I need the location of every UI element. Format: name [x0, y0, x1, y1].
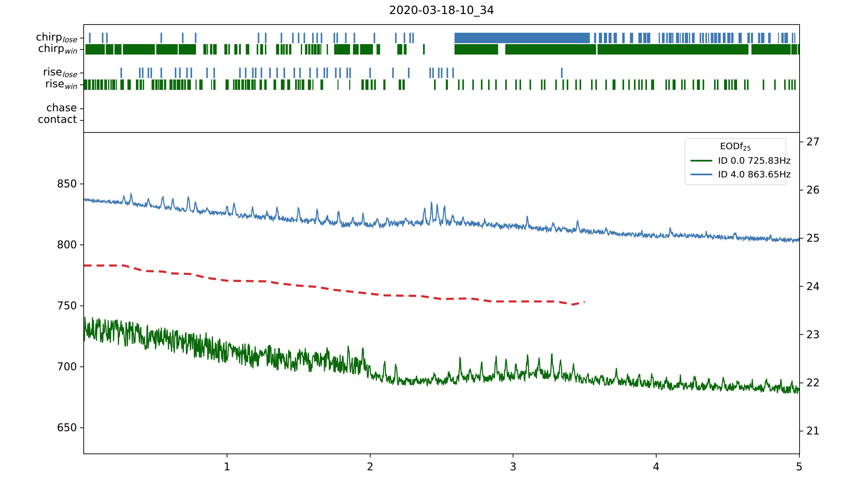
row-label-main: chase	[46, 102, 77, 114]
event-tick	[257, 44, 258, 55]
event-tick	[127, 79, 131, 90]
event-tick	[210, 44, 212, 55]
legend-title-main: EODf	[720, 141, 743, 151]
eodf-trace-id0	[84, 317, 799, 394]
event-tick	[281, 33, 282, 43]
event-block	[455, 44, 498, 55]
event-tick	[674, 79, 676, 90]
raster-row-label-chirp-lose: chirplose	[6, 32, 77, 42]
event-tick	[191, 68, 192, 78]
event-tick	[349, 68, 351, 78]
event-tick	[281, 79, 284, 90]
event-tick	[265, 44, 266, 55]
raster-row-tickmark	[80, 120, 84, 121]
event-tick	[383, 79, 385, 90]
event-tick	[88, 79, 91, 90]
event-tick	[213, 79, 215, 90]
event-tick	[651, 79, 653, 90]
event-tick	[604, 33, 607, 43]
raster-row-tickmark	[80, 108, 84, 109]
event-tick	[312, 33, 314, 43]
row-label-main: chirp	[36, 31, 62, 43]
legend-line-green	[690, 160, 712, 162]
event-tick	[316, 33, 318, 43]
event-tick	[89, 33, 91, 43]
event-tick	[614, 33, 617, 43]
event-tick	[276, 68, 278, 78]
event-tick	[239, 68, 241, 78]
row-label-sub: win	[64, 82, 77, 91]
event-tick	[226, 79, 229, 90]
y-right-tickmark	[799, 286, 803, 287]
event-tick	[698, 79, 700, 90]
event-tick	[789, 79, 790, 90]
event-tick	[136, 79, 139, 90]
event-tick	[196, 79, 196, 90]
event-tick	[354, 33, 355, 43]
event-block	[752, 44, 791, 55]
y-right-tick-label: 26	[806, 185, 841, 195]
event-tick	[247, 79, 250, 90]
event-tick	[120, 79, 124, 90]
eodf-panel: EODf25 ID 0.0 725.83Hz ID 4.0 863.65Hz	[83, 132, 800, 454]
event-tick	[520, 79, 521, 90]
y-right-tick-label: 23	[806, 329, 841, 340]
event-tick	[723, 33, 725, 43]
event-block	[423, 44, 425, 55]
event-tick	[595, 79, 597, 90]
event-tick	[213, 44, 217, 55]
event-tick	[438, 68, 440, 78]
event-tick	[175, 68, 176, 78]
event-tick	[276, 44, 279, 55]
event-tick	[207, 44, 208, 55]
event-tick	[160, 33, 162, 43]
event-tick	[339, 68, 341, 78]
event-tick	[139, 68, 141, 78]
event-tick	[747, 79, 749, 90]
event-tick	[481, 79, 483, 90]
event-tick	[665, 79, 667, 90]
event-tick	[727, 33, 730, 43]
event-tick	[563, 79, 564, 90]
event-tick	[641, 79, 643, 90]
event-block	[397, 44, 402, 55]
event-block	[791, 44, 797, 55]
event-tick	[301, 44, 302, 55]
event-tick	[725, 79, 727, 90]
event-tick	[312, 79, 314, 90]
event-block	[156, 44, 178, 55]
event-tick	[693, 79, 694, 90]
event-tick	[697, 79, 699, 90]
event-tick	[234, 44, 238, 55]
event-tick	[402, 79, 405, 90]
eodf-trace-id4	[84, 194, 799, 242]
event-block	[376, 44, 380, 55]
raster-row-label-chase: chase	[6, 103, 77, 113]
event-tick	[488, 79, 490, 90]
event-tick	[541, 79, 543, 90]
event-tick	[708, 33, 709, 43]
event-tick	[580, 79, 581, 90]
event-tick	[734, 79, 736, 90]
event-tick	[116, 79, 117, 90]
event-tick	[599, 33, 602, 43]
event-tick	[672, 33, 673, 43]
legend-entry: ID 4.0 863.65Hz	[685, 167, 786, 181]
y-right-tickmark	[799, 142, 803, 142]
event-tick	[199, 79, 203, 90]
event-block	[360, 44, 373, 55]
y-left-tick-label: 750	[41, 301, 77, 311]
y-left-tick-label: 850	[41, 179, 77, 189]
event-tick	[555, 79, 557, 90]
event-tick	[303, 33, 305, 43]
event-tick	[782, 33, 784, 43]
event-tick	[412, 33, 414, 43]
event-tick	[392, 68, 394, 78]
event-tick	[685, 33, 688, 43]
event-tick	[95, 79, 96, 90]
y-right-tick-label: 27	[806, 137, 841, 147]
y-right-tick-label: 22	[806, 378, 841, 388]
event-tick	[659, 33, 660, 43]
event-tick	[177, 79, 180, 90]
y-left-tickmark	[80, 305, 84, 306]
